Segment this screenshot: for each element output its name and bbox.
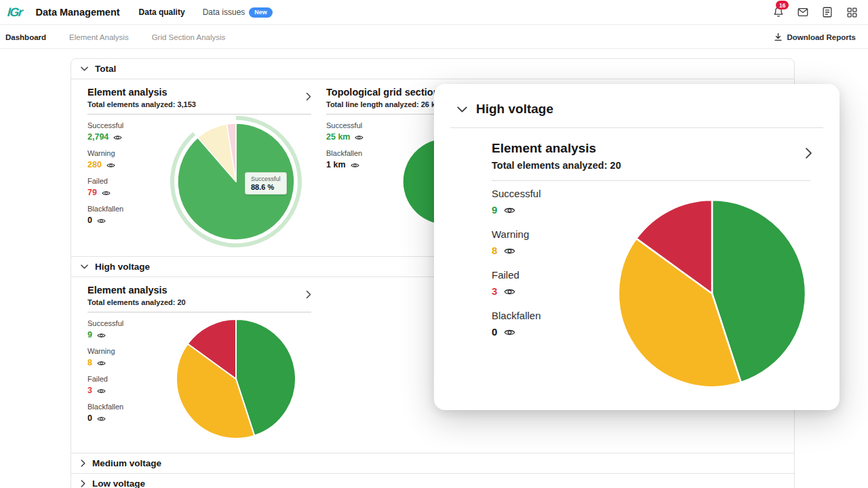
grid-apps-icon [846,7,858,18]
tooltip-label: Successful [251,176,281,182]
apps-button[interactable] [845,5,859,19]
section-header-total[interactable]: Total [71,59,794,79]
subnav-grid-section-analysis[interactable]: Grid Section Analysis [152,33,226,41]
chevron-right-icon[interactable] [306,289,311,302]
chevron-down-icon [81,66,88,71]
section-title-high-voltage: High voltage [95,262,150,272]
chevron-right-icon[interactable] [805,147,812,162]
hv-element-pie-chart[interactable] [175,318,297,440]
section-title-low-voltage: Low voltage [92,479,145,488]
eye-icon[interactable] [97,415,106,422]
divider [87,312,311,312]
eye-icon[interactable] [504,328,515,337]
chevron-right-icon [81,480,85,487]
notifications-button[interactable]: 16 [772,5,785,19]
eye-icon[interactable] [351,162,359,169]
section-header-low-voltage[interactable]: Low voltage [71,474,794,488]
sub-nav: Dashboard Element Analysis Grid Section … [0,26,868,49]
chevron-right-icon[interactable] [306,92,311,104]
tab-data-issues-label: Data issues [203,7,245,17]
card-subtitle: Total elements analyzed: 20 [87,298,186,306]
document-icon [821,6,833,18]
reports-button[interactable] [821,5,834,19]
divider [492,180,810,181]
modal-title: High voltage [476,102,553,117]
chevron-down-icon [81,264,88,269]
modal-stats-list: Successful 9 Warning 8 Failed 3 Blackfal… [492,187,541,338]
eye-icon[interactable] [102,190,111,197]
chevron-down-icon [457,106,467,113]
tooltip-value: 88.6 % [251,183,281,191]
eye-icon[interactable] [504,247,515,256]
section-title-medium-voltage: Medium voltage [92,458,161,468]
app-logo[interactable]: IGr [7,5,22,20]
new-badge: New [249,7,273,18]
stat-successful: Successful 9 [492,187,541,216]
card-header[interactable]: Element analysis Total elements analyzed… [87,284,311,306]
subnav-element-analysis[interactable]: Element Analysis [69,33,129,41]
top-icons: 16 [772,5,859,19]
download-reports-label: Download Reports [787,33,856,41]
section-title-total: Total [95,64,116,74]
modal-element-pie-chart[interactable] [617,199,807,388]
mail-icon [797,6,809,18]
eye-icon[interactable] [113,134,122,141]
tab-data-quality[interactable]: Data quality [139,7,185,17]
eye-icon[interactable] [504,287,515,296]
chevron-right-icon [81,460,85,467]
card-subtitle: Total elements analyzed: 3,153 [87,100,196,108]
card-title: Element analysis [87,86,196,99]
tab-data-issues[interactable]: Data issues New [203,7,273,18]
card-title: Element analysis [87,284,186,297]
modal-card-header[interactable]: Element analysis Total elements analyzed… [492,140,812,171]
high-voltage-modal: High voltage Element analysis Total elem… [434,84,840,410]
stat-failed: Failed 3 [492,268,541,298]
eye-icon[interactable] [355,134,363,141]
eye-icon[interactable] [106,162,115,169]
app-title: Data Management [36,7,120,18]
stat-blackfallen: Blackfallen 0 [492,309,541,338]
section-header-medium-voltage[interactable]: Medium voltage [71,453,794,474]
modal-card-subtitle: Total elements analyzed: 20 [492,160,621,171]
divider [87,114,311,115]
notification-count-badge: 16 [776,1,789,9]
eye-icon[interactable] [97,218,106,224]
divider [450,127,823,128]
top-nav: Data quality Data issues New [139,7,273,18]
card-header[interactable]: Element analysis Total elements analyzed… [87,86,311,108]
download-reports-button[interactable]: Download Reports [774,33,856,41]
top-bar: IGr Data Management Data quality Data is… [0,0,868,25]
modal-card-title: Element analysis [492,140,621,157]
subnav-dashboard[interactable]: Dashboard [5,33,46,41]
modal-header[interactable]: High voltage [434,84,840,117]
eye-icon[interactable] [97,360,106,367]
download-icon [774,33,783,41]
pie-tooltip: Successful 88.6 % [245,172,287,195]
eye-icon[interactable] [97,388,106,394]
eye-icon[interactable] [97,332,106,339]
stat-warning: Warning 8 [492,228,541,257]
messages-button[interactable] [796,5,810,19]
eye-icon[interactable] [504,206,515,215]
